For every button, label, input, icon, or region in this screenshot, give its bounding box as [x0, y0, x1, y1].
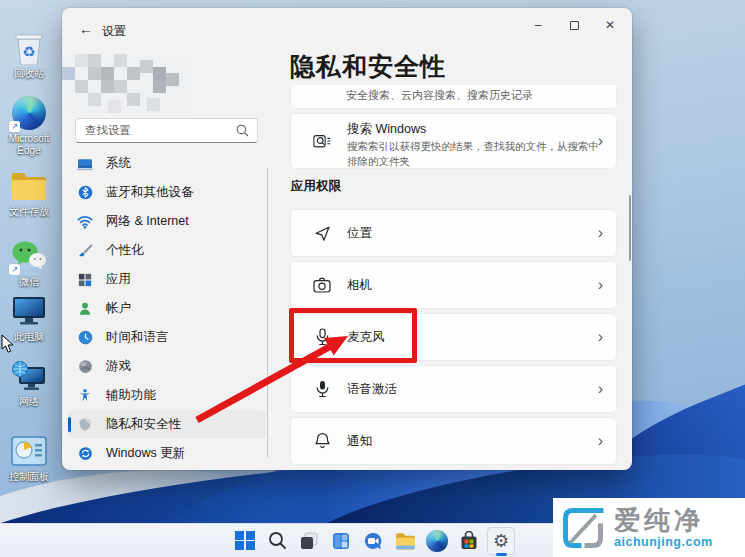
- chat-button[interactable]: [359, 527, 387, 555]
- sidebar-item-time-language[interactable]: 时间和语言: [68, 323, 266, 352]
- sidebar-item-label: 帐户: [106, 300, 131, 317]
- recycle-bin-icon: ♻: [10, 30, 48, 66]
- desktop-icon-network[interactable]: 网络: [0, 358, 58, 408]
- sidebar-item-label: 时间和语言: [106, 329, 169, 346]
- sidebar-item-label: 辅助功能: [106, 387, 156, 404]
- desktop-icon-label: 控制面板: [9, 471, 49, 483]
- sidebar-scrollbar[interactable]: [267, 168, 268, 458]
- sidebar-item-label: 隐私和安全性: [106, 416, 181, 433]
- chevron-right-icon: ›: [598, 277, 603, 293]
- sidebar-item-label: 游戏: [106, 358, 131, 375]
- sidebar-item-gaming[interactable]: 游戏: [68, 352, 266, 381]
- search-windows-icon: [313, 132, 331, 150]
- back-button[interactable]: ←: [74, 19, 98, 39]
- desktop-icon-label: Microsoft Edge: [0, 133, 58, 156]
- watermark-brand: 爱纯净: [614, 507, 713, 533]
- sidebar-item-system[interactable]: 系统: [68, 149, 266, 178]
- sidebar-item-accounts[interactable]: 帐户: [68, 294, 266, 323]
- desktop-icon-wechat[interactable]: ↗ 微信: [0, 238, 58, 288]
- watermark-logo-icon: [560, 505, 606, 551]
- notifications-bell-icon: [313, 432, 331, 450]
- widgets-button[interactable]: [327, 527, 355, 555]
- card-label: 通知: [347, 433, 372, 450]
- sidebar-item-privacy-security[interactable]: 隐私和安全性: [68, 410, 266, 439]
- widgets-icon: [331, 531, 351, 551]
- desktop-icon-recycle-bin[interactable]: ♻ 回收站: [0, 30, 58, 80]
- card-label: 语音激活: [347, 381, 397, 398]
- sidebar-item-label: 应用: [106, 271, 131, 288]
- start-button[interactable]: [231, 527, 259, 555]
- watermark-domain: aichunjing.com: [614, 535, 713, 549]
- desktop-icon-label: 此电脑: [14, 331, 44, 343]
- screen: ♻ 回收站 ↗ Microsoft Edge 文件存放: [0, 0, 745, 557]
- sidebar-item-personalization[interactable]: 个性化: [68, 236, 266, 265]
- settings-search-input[interactable]: 查找设置: [75, 118, 258, 143]
- card-title: 搜索 Windows: [347, 121, 599, 138]
- time-language-icon: [77, 330, 93, 346]
- card-label: 相机: [347, 277, 372, 294]
- main-scrollbar[interactable]: [629, 195, 631, 261]
- sidebar-item-accessibility[interactable]: 辅助功能: [68, 381, 266, 410]
- wifi-icon: [77, 214, 93, 230]
- sidebar-nav: 系统 蓝牙和其他设备 网络 & Internet 个性化 应用: [68, 149, 266, 468]
- network-icon: [10, 358, 48, 394]
- task-view-button[interactable]: [295, 527, 323, 555]
- accessibility-person-icon: [77, 388, 93, 404]
- desktop-icon-label: 网络: [19, 396, 39, 408]
- section-header: 应用权限: [291, 178, 341, 195]
- chevron-right-icon: ›: [598, 433, 603, 449]
- sidebar-item-windows-update[interactable]: Windows 更新: [68, 439, 266, 468]
- desktop-icon-control-panel[interactable]: 控制面板: [0, 433, 58, 483]
- camera-icon: [313, 276, 331, 294]
- shortcut-arrow-icon: ↗: [9, 264, 20, 275]
- desktop-icon-label: 微信: [19, 276, 39, 288]
- folder-icon: [10, 168, 48, 204]
- card-subtitle: 搜索索引以获得更快的结果，查找我的文件，从搜索中排除的文件夹: [347, 139, 599, 168]
- personalization-brush-icon: [77, 243, 93, 259]
- system-icon: [77, 156, 93, 172]
- edge-icon: [426, 530, 448, 552]
- sidebar-item-bluetooth[interactable]: 蓝牙和其他设备: [68, 178, 266, 207]
- apps-icon: [77, 272, 93, 288]
- sidebar-item-label: 蓝牙和其他设备: [106, 184, 194, 201]
- location-card[interactable]: 位置 ›: [290, 209, 617, 257]
- user-profile-pixelated: [62, 54, 194, 114]
- gear-icon: ⚙: [493, 532, 509, 550]
- sidebar-item-label: 网络 & Internet: [106, 213, 189, 230]
- wechat-icon: ↗: [10, 238, 48, 274]
- notifications-card[interactable]: 通知 ›: [290, 417, 617, 465]
- sidebar-item-label: 系统: [106, 155, 131, 172]
- settings-sidebar: 查找设置 系统 蓝牙和其他设备 网络 & Internet: [62, 48, 276, 470]
- sidebar-item-apps[interactable]: 应用: [68, 265, 266, 294]
- privacy-shield-icon: [77, 417, 93, 433]
- file-explorer-button[interactable]: [391, 527, 419, 555]
- search-permissions-card-partial[interactable]: 安全搜索、云内容搜索、搜索历史记录: [290, 85, 617, 109]
- store-button[interactable]: [455, 527, 483, 555]
- desktop-icon-folder[interactable]: 文件存放: [0, 168, 58, 218]
- camera-card[interactable]: 相机 ›: [290, 261, 617, 309]
- chat-icon: [363, 531, 383, 551]
- page-title: 隐私和安全性: [290, 50, 446, 83]
- file-explorer-icon: [395, 532, 416, 550]
- watermark: 爱纯净 aichunjing.com: [553, 498, 745, 557]
- desktop-icon-edge[interactable]: ↗ Microsoft Edge: [0, 95, 58, 156]
- search-icon: [268, 531, 287, 550]
- accounts-person-icon: [77, 301, 93, 317]
- store-icon: [459, 531, 479, 551]
- sidebar-item-label: 个性化: [106, 242, 144, 259]
- search-windows-card[interactable]: 搜索 Windows 搜索索引以获得更快的结果，查找我的文件，从搜索中排除的文件…: [290, 113, 617, 169]
- voice-activation-icon: [313, 380, 331, 398]
- taskbar-search-button[interactable]: [263, 527, 291, 555]
- desktop-icon-label: 回收站: [14, 68, 44, 80]
- edge-button[interactable]: [423, 527, 451, 555]
- shortcut-arrow-icon: ↗: [9, 121, 20, 132]
- window-title: 设置: [102, 23, 126, 40]
- chevron-right-icon: ›: [598, 381, 603, 397]
- windows-logo-icon: [235, 531, 255, 551]
- mouse-cursor: [1, 334, 15, 354]
- chevron-right-icon: ›: [598, 225, 603, 241]
- voice-activation-card[interactable]: 语音激活 ›: [290, 365, 617, 413]
- location-icon: [313, 224, 331, 242]
- taskbar-settings-button[interactable]: ⚙: [487, 527, 515, 555]
- sidebar-item-network-internet[interactable]: 网络 & Internet: [68, 207, 266, 236]
